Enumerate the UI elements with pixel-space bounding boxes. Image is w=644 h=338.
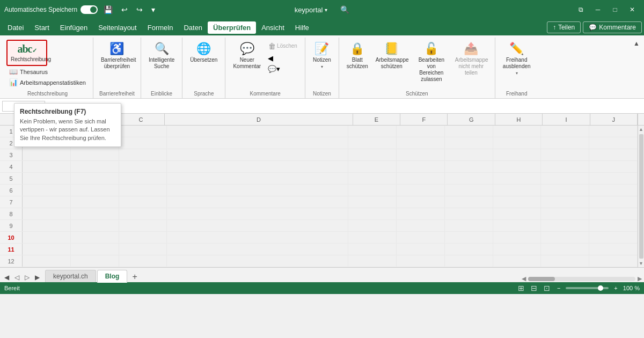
minimize-btn[interactable]: ─ [590, 2, 605, 17]
redo-icon[interactable]: ↪ [134, 4, 145, 15]
bereiche-zulassen-icon: 🔓 [424, 42, 438, 56]
cell-i2[interactable] [541, 137, 589, 149]
title-dropdown-icon[interactable]: ▾ [325, 7, 327, 13]
tab-nav-prev2[interactable]: ◁ [12, 273, 21, 282]
barrierefreiheit-button[interactable]: ♿ Barrierefreiheitüberprüfen [98, 40, 136, 72]
cell-i1[interactable] [541, 126, 589, 137]
blatt-schuetzen-label: Blattschützen [347, 57, 368, 70]
share-button[interactable]: ↑ Teilen [547, 21, 581, 33]
col-header-g[interactable]: G [448, 114, 495, 125]
horizontal-scrollbar[interactable] [528, 277, 635, 281]
zoom-level: 100 % [623, 285, 640, 291]
autosave-toggle[interactable] [80, 5, 98, 14]
nicht-mehr-teilen-button[interactable]: 📤 Arbeitsmappenicht mehr teilen [452, 40, 491, 78]
formula-input[interactable] [60, 102, 642, 110]
freihand-dropdown-arrow: ▾ [516, 71, 518, 76]
undo-icon[interactable]: ↩ [119, 4, 130, 15]
menu-seitenlayout[interactable]: Seitenlayout [93, 21, 142, 34]
cell-j2[interactable] [589, 137, 638, 149]
cell-d2[interactable] [167, 137, 348, 149]
add-sheet-button[interactable]: + [128, 271, 141, 282]
zoom-slider[interactable] [566, 287, 609, 289]
col-header-f[interactable]: F [400, 114, 448, 125]
comment-button[interactable]: 💬 Kommentare [583, 21, 642, 33]
zoom-plus-icon[interactable]: + [614, 285, 617, 291]
cell-d1[interactable] [167, 126, 348, 137]
neuer-kommentar-button[interactable]: 💬 NeuerKommentar [230, 40, 264, 72]
cell-e2[interactable] [348, 137, 397, 149]
sheet-tab-keyportal[interactable]: keyportal.ch [45, 270, 96, 282]
rechtschreibung-button[interactable]: abc✓ Rechtschreibung [6, 40, 47, 66]
menu-start[interactable]: Start [29, 21, 54, 34]
menu-hilfe[interactable]: Hilfe [290, 21, 314, 34]
cell-h2[interactable] [493, 137, 541, 149]
zoom-thumb[interactable] [598, 285, 603, 291]
tab-scroll-left-icon[interactable]: ◀ [522, 275, 526, 282]
col-header-c[interactable]: C [118, 114, 165, 125]
barrierefreiheit-label: Barrierefreiheitüberprüfen [101, 57, 133, 70]
col-header-i[interactable]: I [543, 114, 590, 125]
next-comment-button[interactable]: 💬▾ [265, 64, 301, 74]
col-header-d[interactable]: D [165, 114, 353, 125]
blatt-schuetzen-button[interactable]: 🔒 Blattschützen [343, 40, 371, 72]
comment-icon: 💬 [589, 24, 597, 31]
menu-einfuegen[interactable]: Einfügen [55, 21, 93, 34]
menu-datei[interactable]: Datei [2, 21, 29, 34]
ribbon-group-notizen: 📝 Notizen ▾ Notizen [305, 38, 339, 98]
customize-icon[interactable]: ▾ [149, 4, 158, 15]
col-header-h[interactable]: H [495, 114, 543, 125]
col-header-j[interactable]: J [590, 114, 638, 125]
ribbon: abc✓ Rechtschreibung 📖 Thesaurus 📊 Arbei… [0, 35, 644, 99]
menu-formeln[interactable]: Formeln [142, 21, 179, 34]
cell-c1[interactable] [119, 126, 167, 137]
scroll-up-arrow[interactable]: ▲ [638, 126, 644, 133]
tab-nav-next[interactable]: ▶ [33, 273, 42, 282]
table-row: 10 [0, 232, 638, 244]
menu-daten[interactable]: Daten [178, 21, 208, 34]
col-header-e[interactable]: E [353, 114, 400, 125]
save-icon[interactable]: 💾 [101, 4, 115, 15]
page-break-icon[interactable]: ⊡ [542, 284, 552, 292]
tab-nav-next2[interactable]: ▷ [23, 273, 32, 282]
scroll-down-arrow[interactable]: ▼ [638, 260, 644, 267]
menu-ueberpruefen[interactable]: Überprüfen [208, 21, 256, 34]
cell-g2[interactable] [445, 137, 493, 149]
tab-nav-prev[interactable]: ◀ [2, 273, 11, 282]
cell-c2[interactable] [119, 137, 167, 149]
arbeitsmappe-schuetzen-button[interactable]: 📒 Arbeitsmappeschützen [372, 40, 411, 72]
next-comment-icon: 💬▾ [268, 65, 280, 73]
menu-ansicht[interactable]: Ansicht [256, 21, 290, 34]
search-icon[interactable]: 🔍 [340, 5, 349, 14]
horizontal-scroll-thumb[interactable] [528, 277, 555, 281]
normal-view-icon[interactable]: ⊞ [516, 284, 526, 292]
notizen-button[interactable]: 📝 Notizen ▾ [310, 40, 334, 71]
loeschen-button[interactable]: 🗑 Löschen [265, 40, 301, 53]
freihand-ausblenden-button[interactable]: ✏️ Freihandausblenden ▾ [500, 40, 534, 78]
cell-e1[interactable] [348, 126, 397, 137]
scroll-thumb[interactable] [639, 134, 643, 259]
sheet-tab-blog[interactable]: Blog [97, 270, 128, 283]
uebersetzen-button[interactable]: 🌐 Übersetzen [187, 40, 221, 65]
cell-f2[interactable] [397, 137, 445, 149]
zoom-minus-icon[interactable]: − [557, 285, 560, 291]
close-btn[interactable]: ✕ [625, 2, 640, 17]
autosave-label: Automatisches Speichern [4, 6, 77, 13]
page-layout-icon[interactable]: ⊟ [529, 284, 539, 292]
cell-g1[interactable] [445, 126, 493, 137]
ribbon-collapse-icon[interactable]: ▲ [633, 40, 640, 47]
vertical-scrollbar[interactable]: ▲ ▼ [638, 126, 644, 267]
tab-scroll-right-icon[interactable]: ▶ [638, 275, 642, 282]
cell-f1[interactable] [397, 126, 445, 137]
prev-comment-button[interactable]: ◀ [265, 53, 301, 63]
maximize-btn[interactable]: □ [608, 2, 623, 17]
table-row: 11 [0, 244, 638, 255]
arbeitsmappenstatistiken-button[interactable]: 📊 Arbeitsmappenstatistiken [6, 77, 89, 87]
bereiche-zulassen-button[interactable]: 🔓 Bearbeiten vonBereichen zulassen [412, 40, 451, 85]
thesaurus-button[interactable]: 📖 Thesaurus [6, 67, 89, 77]
intelligente-suche-button[interactable]: 🔍 IntelligenteSuche [145, 40, 178, 72]
cell-h1[interactable] [493, 126, 541, 137]
ribbon-group-content-freihand: ✏️ Freihandausblenden ▾ [500, 38, 534, 90]
cell-j1[interactable] [589, 126, 638, 137]
restore-window-btn[interactable]: ⧉ [573, 2, 588, 17]
row-num-10: 10 [0, 232, 23, 243]
